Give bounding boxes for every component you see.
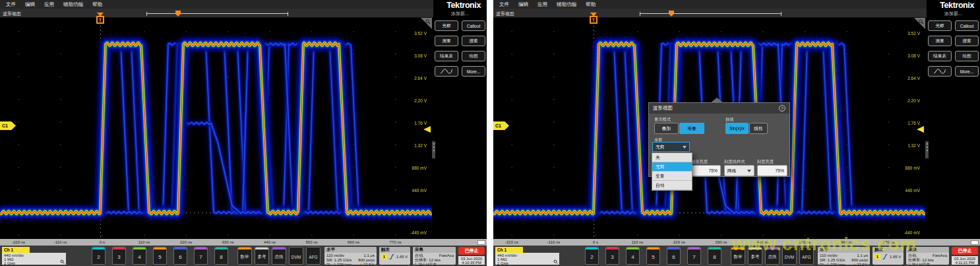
- menu-item-help[interactable]: 帮助: [586, 1, 596, 8]
- sidebar-button-plot[interactable]: 绘图: [955, 51, 979, 61]
- ref-button[interactable]: 参考: [255, 247, 269, 265]
- persistence-option[interactable]: 变量: [652, 172, 692, 181]
- sidebar-button-search[interactable]: 搜索: [955, 36, 979, 46]
- display-mode-overlay-button[interactable]: 叠加: [654, 123, 679, 134]
- sidebar-button-callout[interactable]: Callout: [955, 20, 979, 31]
- channel-8-button[interactable]: 8: [708, 247, 721, 265]
- persistence-option[interactable]: 自动: [652, 181, 692, 190]
- scrollbar-end-cap[interactable]: [971, 240, 979, 245]
- stopped-button[interactable]: 已停止: [458, 247, 485, 255]
- trigger-level-drag-handle[interactable]: [432, 141, 435, 158]
- channel-7-button[interactable]: 7: [687, 247, 701, 265]
- toolbar-strip: 波形视图: [493, 9, 927, 18]
- channel-button-label: 5: [652, 249, 654, 264]
- sidebar-button-more[interactable]: More...: [462, 66, 485, 77]
- horizontal-overview-bar[interactable]: [146, 13, 288, 17]
- scrollbar-end-cap[interactable]: [477, 240, 485, 245]
- sidebar-button-cursor[interactable]: 光标: [435, 20, 458, 31]
- interpolation-sinx-button[interactable]: Sin(x)/x: [725, 123, 749, 134]
- graticule-intensity-field[interactable]: 75%: [757, 165, 787, 176]
- sidebar-button-plot[interactable]: 绘图: [462, 51, 485, 61]
- channel1-bandwidth: 1 GHz: [4, 261, 64, 265]
- afg-button[interactable]: AFG: [306, 247, 321, 265]
- trigger-level-drag-handle[interactable]: [925, 141, 929, 158]
- trigger-badge[interactable]: 触发 1 1.65 V: [379, 247, 410, 265]
- menu-bar: 文件编辑应用辅助功能帮助: [493, 0, 927, 9]
- channel-button-label: 7: [692, 249, 695, 264]
- menu-item-applications[interactable]: 应用: [44, 1, 54, 8]
- fastacq-usage-icon: [359, 263, 363, 265]
- sample-resolution: 800 ps/pt: [851, 258, 868, 263]
- channel-2-button[interactable]: 2: [585, 247, 599, 265]
- channel-7-button[interactable]: 7: [194, 247, 208, 265]
- waveform-intensity-field[interactable]: 75%: [691, 165, 721, 176]
- display-mode-stacked-button[interactable]: 堆叠: [679, 123, 704, 134]
- menu-item-edit[interactable]: 编辑: [25, 1, 35, 8]
- channel1-badge[interactable]: Ch 1 440 mV/div 1 MΩ 1 GHz: [2, 247, 66, 265]
- menu-item-help[interactable]: 帮助: [92, 1, 102, 8]
- menu-item-file[interactable]: 文件: [6, 1, 16, 8]
- display-mode-label: 显示模式: [654, 117, 671, 123]
- menu-item-applications[interactable]: 应用: [537, 1, 547, 8]
- dvm-button[interactable]: DVM: [289, 247, 303, 265]
- voltage-axis-label: -440 mV: [410, 230, 427, 235]
- acquisition-count: 1.754 M采集: [908, 263, 931, 265]
- menu-item-utilities[interactable]: 辅助功能: [557, 1, 576, 8]
- channel-3-button[interactable]: 3: [605, 247, 619, 265]
- channel-3-button[interactable]: 3: [112, 247, 126, 265]
- sidebar-button-plots[interactable]: [435, 66, 458, 77]
- trigger-position-marker[interactable]: T: [589, 13, 598, 24]
- channel-6-button[interactable]: 6: [667, 247, 681, 265]
- sidebar-button-search[interactable]: 搜索: [462, 36, 485, 46]
- dialog-title-bar[interactable]: 波形视图 ?: [649, 103, 789, 114]
- help-icon[interactable]: ?: [779, 105, 785, 112]
- graticule-style-value: 网格: [727, 168, 737, 174]
- time-axis-label: 220 ns: [180, 240, 192, 244]
- voltage-axis-label: 3.08 V: [414, 53, 427, 58]
- acquisition-badge[interactable]: 采集 自动, FastAcq 分辨率: 12 bits 1.754 M采集: [413, 247, 456, 265]
- stopped-button[interactable]: 已停止: [952, 247, 978, 255]
- tektronix-logo: Tektronix: [940, 1, 974, 10]
- sidebar-button-results-table[interactable]: 结果表: [435, 51, 458, 61]
- sidebar-button-plots[interactable]: [928, 66, 952, 77]
- sidebar-button-more[interactable]: More...: [955, 66, 979, 77]
- channel-5-button[interactable]: 5: [153, 247, 167, 265]
- sample-rate: SR: 1.25 GS/s: [820, 258, 845, 263]
- sidebar-button-measure[interactable]: 测量: [928, 36, 952, 46]
- waveform-icon: [440, 68, 453, 75]
- bus-button[interactable]: 总线: [272, 247, 286, 265]
- trigger-level-value: 1.65 V: [396, 255, 408, 259]
- sidebar-button-callout[interactable]: Callout: [462, 20, 485, 31]
- horizontal-overview-bar[interactable]: [640, 13, 781, 17]
- channel-2-button[interactable]: 2: [92, 247, 106, 265]
- channel-5-button[interactable]: 5: [646, 247, 660, 265]
- waveform-view-tab[interactable]: 波形视图: [496, 11, 514, 17]
- horizontal-badge[interactable]: 水平 110 ns/div 1.1 μs SR: 1.25 GS/s 800 p…: [324, 247, 377, 265]
- channel-8-button[interactable]: 8: [214, 247, 228, 265]
- waveform-intensity-label: 波形亮度: [691, 159, 708, 165]
- sidebar-button-results-table[interactable]: 结果表: [928, 51, 952, 61]
- channel1-badge[interactable]: Ch 1 440 mV/div 1 MΩ 1 GHz: [495, 247, 559, 265]
- persistence-option[interactable]: 关: [652, 153, 692, 162]
- sidebar-button-measure[interactable]: 测量: [435, 36, 458, 46]
- results-sidebar: 添加新... 光标Callout测量搜索结果表绘图More...: [433, 10, 487, 239]
- interpolation-linear-button[interactable]: 线性: [749, 123, 768, 134]
- graticule-style-dropdown[interactable]: 网格: [724, 165, 754, 176]
- math-button[interactable]: 数学: [237, 247, 252, 265]
- channel-6-button[interactable]: 6: [173, 247, 187, 265]
- channel-4-button[interactable]: 4: [626, 247, 640, 265]
- menu-item-utilities[interactable]: 辅助功能: [63, 1, 83, 8]
- waveform-display[interactable]: [0, 18, 432, 239]
- persistence-dropdown[interactable]: 无穷: [652, 142, 690, 152]
- sample-rate: SR: 1.25 GS/s: [326, 258, 352, 263]
- channel-4-button[interactable]: 4: [133, 247, 146, 265]
- menu-item-edit[interactable]: 编辑: [518, 1, 528, 8]
- waveform-view-tab[interactable]: 波形视图: [3, 11, 21, 17]
- menu-item-file[interactable]: 文件: [499, 1, 509, 8]
- time-axis-label: 660 ns: [348, 240, 359, 244]
- record-length: RL: 1.375 kpts: [820, 263, 845, 265]
- voltage-axis-label: 1.32 V: [414, 143, 427, 148]
- sidebar-button-cursor[interactable]: 光标: [928, 20, 952, 31]
- persistence-option[interactable]: 无穷: [652, 162, 692, 172]
- trigger-position-marker[interactable]: T: [96, 13, 105, 24]
